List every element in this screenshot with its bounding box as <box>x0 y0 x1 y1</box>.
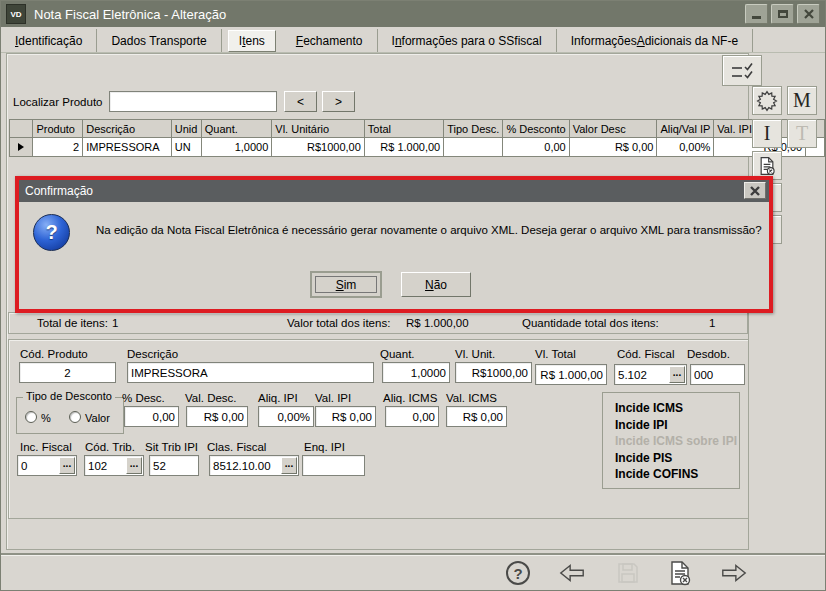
close-button[interactable] <box>797 4 820 24</box>
tab-label: A <box>637 34 645 48</box>
incide-cofins: Incide COFINS <box>615 466 739 483</box>
previous-record-button[interactable] <box>557 558 587 588</box>
tab-informacoes-adicionais[interactable]: Informações Adicionais da NF-e <box>557 29 753 52</box>
maximize-button[interactable] <box>771 4 794 24</box>
app-window: VD Nota Fiscal Eletrônica - Alteração Id… <box>0 0 826 591</box>
col-aliq-val-ip[interactable]: Aliq/Val IP <box>657 120 714 138</box>
vl-unit-field[interactable] <box>455 362 532 383</box>
pct-desc-field[interactable] <box>124 406 179 427</box>
desdob-label: Desdob. <box>687 348 730 360</box>
vl-total-field[interactable] <box>535 364 607 385</box>
cell-vl-unitario[interactable]: R$1000,00 <box>272 138 364 157</box>
radio-valor-icon <box>69 411 81 423</box>
col-total[interactable]: Total <box>364 120 443 138</box>
sit-trib-ipi-label: Sit Trib IPI <box>145 441 198 453</box>
val-desc-label: Val. Desc. <box>185 392 237 404</box>
app-icon: VD <box>6 4 26 24</box>
next-record-button[interactable] <box>719 558 749 588</box>
valor-total-label: Valor total dos itens: <box>287 317 390 329</box>
checklist-button[interactable] <box>722 55 762 86</box>
descricao-field[interactable] <box>127 362 374 383</box>
col-vl-unitario[interactable]: Vl. Unitário <box>272 120 364 138</box>
cell-pct-desconto[interactable]: 0,00 <box>503 138 569 157</box>
seal-button[interactable] <box>752 86 782 115</box>
col-produto[interactable]: Produto <box>33 120 83 138</box>
radio-valor[interactable]: Valor <box>69 411 110 424</box>
help-button[interactable]: ? <box>503 558 533 588</box>
item-details-panel: Cód. Produto Descrição Quant. Vl. Unit. … <box>8 339 749 519</box>
col-quant[interactable]: Quant. <box>201 120 272 138</box>
incide-icms: Incide ICMS <box>615 400 739 417</box>
tab-identificacao[interactable]: Identificação <box>1 29 97 52</box>
tab-bar: Identificação Dados Transporte Itens Fec… <box>1 29 825 52</box>
radio-percent[interactable]: % <box>25 411 51 424</box>
col-valor-desc[interactable]: Valor Desc <box>569 120 657 138</box>
cod-produto-field[interactable] <box>19 362 116 383</box>
aliq-icms-label: Aliq. ICMS <box>383 392 437 404</box>
quant-field[interactable] <box>382 362 450 383</box>
cod-fiscal-lookup-button[interactable]: ... <box>669 366 685 383</box>
cell-tipo-desc[interactable] <box>444 138 503 157</box>
col-descricao[interactable]: Descrição <box>83 120 172 138</box>
col-pct-desconto[interactable]: % Desconto <box>503 120 569 138</box>
dialog-close-button[interactable] <box>744 182 766 199</box>
toolbar-separator <box>1 553 826 556</box>
nao-label: N <box>425 278 434 292</box>
enq-ipi-label: Enq. IPI <box>304 441 345 453</box>
cod-trib-lookup-button[interactable]: ... <box>126 457 142 474</box>
document-cancel-icon <box>667 560 693 586</box>
close-icon <box>750 186 760 196</box>
tab-dados-transporte[interactable]: Dados Transporte <box>97 29 221 52</box>
question-icon: ? <box>33 214 70 251</box>
cell-valor-desc[interactable]: R$ 0,00 <box>569 138 657 157</box>
tab-informacoes-ssfiscal[interactable]: Informações para o SSfiscal <box>378 29 557 52</box>
incide-icms-sobre-ipi: Incide ICMS sobre IPI <box>615 433 739 450</box>
radio-valor-label: Valor <box>85 412 110 424</box>
inc-fiscal-label: Inc. Fiscal <box>20 441 72 453</box>
next-item-button[interactable]: > <box>322 91 355 112</box>
enq-ipi-field[interactable] <box>302 455 365 476</box>
minimize-button[interactable] <box>745 4 768 24</box>
val-desc-field[interactable] <box>186 406 248 427</box>
nao-label: ão <box>434 278 447 292</box>
sit-trib-ipi-field[interactable] <box>149 455 199 476</box>
nao-button[interactable]: Não <box>401 272 471 297</box>
vl-total-label: Vl. Total <box>535 348 576 360</box>
maximize-icon <box>778 10 788 18</box>
cell-aliq-val-ip[interactable]: 0,00% <box>657 138 714 157</box>
cancel-nfe-button[interactable] <box>665 558 695 588</box>
dialog-title-bar: Confirmação <box>19 180 769 202</box>
m-button[interactable]: M <box>787 86 817 115</box>
val-ipi-field[interactable] <box>315 406 376 427</box>
radio-percent-icon <box>25 411 37 423</box>
cell-unid[interactable]: UN <box>171 138 201 157</box>
col-unid[interactable]: Unid <box>171 120 201 138</box>
col-tipo-desc[interactable]: Tipo Desc. <box>444 120 503 138</box>
tab-label: formações para o SSfiscal <box>402 34 542 48</box>
row-selector-cell[interactable] <box>10 138 33 157</box>
cell-quant[interactable]: 1,0000 <box>201 138 272 157</box>
aliq-icms-field[interactable] <box>385 406 439 427</box>
save-icon <box>616 561 640 585</box>
col-selector <box>10 120 33 138</box>
prev-item-button[interactable]: < <box>284 91 317 112</box>
aliq-ipi-field[interactable] <box>258 406 314 427</box>
help-glyph: ? <box>513 565 522 582</box>
val-icms-field[interactable] <box>446 406 507 427</box>
cell-produto[interactable]: 2 <box>33 138 83 157</box>
clas-fiscal-lookup-button[interactable]: ... <box>281 457 297 474</box>
dialog-message: Na edição da Nota Fiscal Eletrônica é ne… <box>96 224 762 236</box>
table-row[interactable]: 2 IMPRESSORA UN 1,0000 R$1000,00 R$ 1.00… <box>10 138 825 157</box>
arrow-left-icon <box>558 561 586 585</box>
val-icms-label: Val. ICMS <box>446 392 497 404</box>
cell-descricao[interactable]: IMPRESSORA <box>83 138 172 157</box>
sim-button[interactable]: Sim <box>311 272 381 297</box>
inc-fiscal-lookup-button[interactable]: ... <box>59 457 75 474</box>
tab-label: dentificação <box>18 34 82 48</box>
tab-fechamento[interactable]: Fechamento <box>282 29 378 52</box>
desdob-field[interactable] <box>690 364 745 385</box>
tab-itens[interactable]: Itens <box>228 30 276 52</box>
cell-total[interactable]: R$ 1.000,00 <box>364 138 443 157</box>
search-input[interactable] <box>109 91 277 112</box>
i-button[interactable]: I <box>752 119 782 148</box>
